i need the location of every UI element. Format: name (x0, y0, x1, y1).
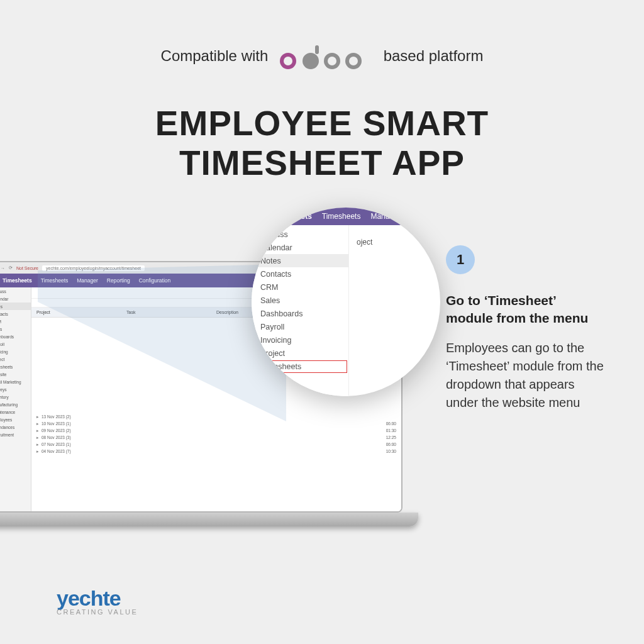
sidebar-item[interactable]: Manufacturing (0, 401, 31, 408)
sidebar-item[interactable]: Recruitment (0, 431, 31, 438)
zoom-menu-calendar[interactable]: Calendar (252, 241, 348, 254)
svg-point-1 (284, 57, 292, 65)
sidebar-item[interactable]: CRM (0, 318, 31, 325)
nav-reporting[interactable]: Reporting (107, 277, 130, 284)
step-number-badge: 1 (446, 245, 475, 274)
sidebar-item[interactable]: Dashboards (0, 333, 31, 340)
table-row[interactable]: ▸08 Nov 2023 (3)12:25 (31, 434, 401, 441)
zoom-topbar: Timesheets Timesheets Mana (252, 208, 440, 225)
step-body: Employees can go to the ‘Timesheet’ modu… (446, 339, 606, 412)
svg-point-6 (349, 57, 358, 65)
sidebar-item[interactable]: Website (0, 370, 31, 378)
sidebar-item[interactable]: Invoicing (0, 348, 31, 355)
zoom-nav-timesheets[interactable]: Timesheets (322, 212, 361, 221)
col-task[interactable]: Task (126, 310, 216, 314)
app-sidebar: Discuss Calendar Notes Contacts CRM Sale… (0, 287, 31, 511)
url-field[interactable]: yechte.com/employeelogin/myaccount/times… (42, 265, 145, 271)
security-label: Not Secure (16, 266, 38, 270)
zoom-menu-invoicing[interactable]: Invoicing (252, 333, 348, 347)
step-panel: 1 Go to ‘Timesheet’ module from the menu… (446, 245, 606, 412)
headline-line2: TIMESHEET APP (0, 143, 644, 183)
nav-reload-icon[interactable]: ⟳ (9, 265, 13, 270)
page-title: EMPLOYEE SMART TIMESHEET APP (0, 104, 644, 184)
nav-timesheets[interactable]: Timesheets (41, 277, 69, 284)
nav-configuration[interactable]: Configuration (139, 277, 171, 284)
zoom-menu-dashboards[interactable]: Dashboards (252, 307, 348, 320)
sidebar-item[interactable]: Inventory (0, 393, 31, 401)
zoom-menu-crm[interactable]: CRM (252, 280, 348, 294)
brand-name: yechte (57, 586, 138, 611)
sidebar-item[interactable]: Notes (0, 303, 31, 310)
sidebar-item[interactable]: Payroll (0, 340, 31, 348)
zoom-menu-sales[interactable]: Sales (252, 294, 348, 307)
table-row[interactable]: ▸07 Nov 2023 (1)06:00 (31, 441, 401, 448)
sidebar-item[interactable]: Sales (0, 325, 31, 333)
table-row[interactable]: ▸10 Nov 2023 (1)06:00 (31, 420, 401, 427)
zoom-nav-mana[interactable]: Mana (370, 212, 389, 221)
sidebar-item[interactable]: Project (0, 355, 31, 363)
brand-tagline: CREATING VALUE (57, 608, 138, 616)
sidebar-item[interactable]: Discuss (0, 287, 31, 295)
zoom-menu-notes[interactable]: Notes (252, 254, 348, 267)
sidebar-item[interactable]: Employees (0, 416, 31, 423)
footer-brand: yechte CREATING VALUE (57, 586, 138, 616)
app-switcher[interactable]: Timesheets (0, 277, 32, 284)
zoom-menu-payroll[interactable]: Payroll (252, 320, 348, 333)
svg-point-4 (328, 57, 336, 65)
sidebar-item[interactable]: Attendances (0, 423, 31, 431)
zoom-callout: Timesheets Timesheets Mana Discuss Calen… (252, 208, 440, 396)
zoom-app-switcher[interactable]: Timesheets (259, 212, 312, 221)
odoo-logo (279, 44, 373, 70)
table-row[interactable]: ▸04 Nov 2023 (7)10:30 (31, 448, 401, 455)
sidebar-item[interactable]: Surveys (0, 386, 31, 393)
table-row[interactable]: ▸09 Nov 2023 (2)01:30 (31, 427, 401, 434)
table-row[interactable]: ▸13 Nov 2023 (2) (31, 413, 401, 420)
nav-fwd-icon[interactable]: → (1, 266, 5, 270)
laptop-base (0, 513, 418, 526)
sidebar-item[interactable]: Email Marketing (0, 378, 31, 386)
zoom-menu-contacts[interactable]: Contacts (252, 267, 348, 280)
zoom-col-project: oject (357, 238, 372, 247)
grouped-rows: ▸13 Nov 2023 (2) ▸10 Nov 2023 (1)06:00 ▸… (31, 412, 401, 456)
nav-manager[interactable]: Manager (77, 277, 98, 284)
headline-line1: EMPLOYEE SMART (0, 104, 644, 143)
apps-grid-icon (259, 213, 267, 220)
app-name-label: Timesheets (3, 277, 32, 284)
col-project[interactable]: Project (36, 310, 126, 314)
compat-tagline: Compatible with based platform (0, 44, 644, 70)
zoom-menu-discuss[interactable]: Discuss (252, 228, 348, 241)
zoom-app-name: Timesheets (270, 212, 312, 221)
tagline-post: based platform (384, 47, 484, 64)
step-title: Go to ‘Timesheet’ module from the menu (446, 292, 606, 328)
svg-rect-2 (315, 45, 319, 54)
sidebar-item[interactable]: Calendar (0, 295, 31, 303)
sidebar-item[interactable]: Contacts (0, 310, 31, 318)
tagline-pre: Compatible with (161, 47, 269, 64)
sidebar-item[interactable]: Timesheets (0, 363, 31, 370)
sidebar-item[interactable]: Maintenance (0, 408, 31, 416)
zoom-content: oject (349, 225, 440, 396)
